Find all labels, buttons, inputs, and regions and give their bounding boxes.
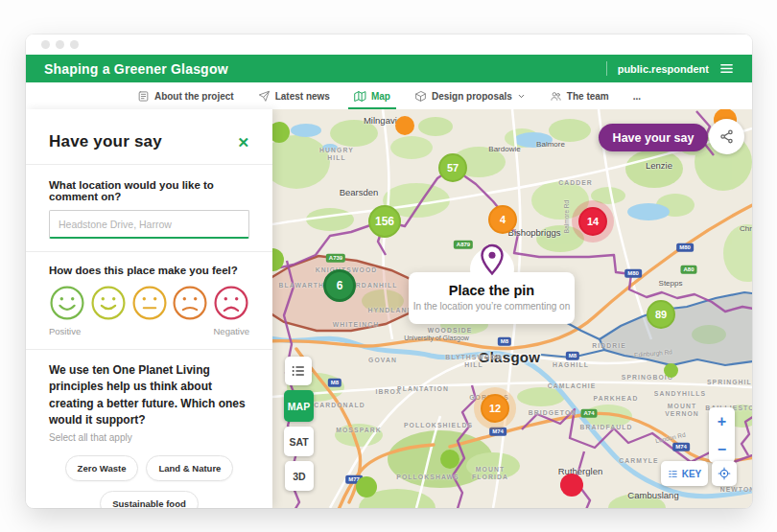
- nav-item-label: Latest news: [275, 91, 330, 102]
- map-label-london-rd: London Rd: [655, 431, 687, 446]
- nav-item-design-proposals[interactable]: Design proposals: [414, 82, 526, 109]
- have-your-say-button[interactable]: Have your say: [599, 124, 708, 151]
- document-icon: [137, 90, 150, 103]
- zoom-control: + −: [709, 407, 735, 463]
- face-very-negative-icon[interactable]: [213, 285, 249, 321]
- map-label-pollokshaws: POLLOKSHAWS: [396, 474, 459, 481]
- locate-button[interactable]: [712, 461, 737, 486]
- divider: [26, 251, 272, 252]
- map-label-balmore-rd: Balmore Rd: [563, 200, 571, 233]
- window-dot[interactable]: [70, 40, 79, 49]
- app-title: Shaping a Greener Glasgow: [44, 61, 228, 77]
- map-cluster-marker-12[interactable]: 12: [481, 394, 509, 423]
- scale-positive-label: Positive: [49, 326, 81, 336]
- map-label-parkhead: PARKHEAD: [594, 395, 639, 403]
- account-label[interactable]: public.respondent: [618, 63, 709, 75]
- nav-item-label: About the project: [154, 91, 234, 102]
- map-dot-marker[interactable]: [356, 476, 377, 497]
- map-label-carmyle: CARMYLE: [619, 457, 658, 465]
- map-dot-marker[interactable]: [664, 363, 678, 378]
- have-your-say-panel: Have your say ✕ What location would you …: [26, 109, 272, 508]
- chip-land-nature[interactable]: Land & Nature: [146, 455, 233, 481]
- map-label-glasgow: Glasgow: [479, 349, 541, 367]
- face-positive-icon[interactable]: [90, 285, 127, 321]
- map-label-braidfauld: BRAIDFAULD: [579, 424, 632, 431]
- hamburger-menu-icon[interactable]: [719, 61, 734, 76]
- chevron-down-icon: [517, 91, 526, 101]
- map-cluster-marker-156[interactable]: 156: [368, 205, 401, 238]
- feeling-scale: [49, 285, 249, 321]
- box-icon: [414, 90, 427, 103]
- zoom-in-button[interactable]: +: [709, 407, 735, 435]
- team-icon: [550, 90, 562, 103]
- place-pin-tooltip: Place the pin In the location you’re com…: [409, 272, 575, 324]
- nav-item-latest-news[interactable]: Latest news: [258, 82, 330, 109]
- map-label-chryston: Chryston: [740, 224, 752, 234]
- face-neutral-icon[interactable]: [131, 285, 168, 321]
- satellite-layer-button[interactable]: SAT: [284, 427, 314, 456]
- threed-layer-button[interactable]: 3D: [285, 461, 314, 491]
- map-pin-icon: [479, 243, 505, 276]
- browser-window: Shaping a Greener Glasgow public.respond…: [26, 35, 752, 508]
- tooltip-subtitle: In the location you’re commenting on: [409, 301, 575, 312]
- nav-items: About the projectLatest newsMapDesign pr…: [137, 82, 641, 109]
- map-canvas[interactable]: A879M80M80A80A739M8M8M8A74M74M74M77 Miln…: [272, 109, 752, 508]
- map-label-pollokshields: POLLOKSHIELDS: [404, 422, 473, 429]
- share-icon: [718, 128, 735, 145]
- map-label-riddrie: RIDDRIE: [592, 342, 626, 350]
- map-label-whiteinch: WHITEINCH: [333, 321, 379, 329]
- map-layer-button[interactable]: MAP: [284, 390, 314, 422]
- principle-chips: Zero WasteLand & NatureSustainable foodS…: [49, 455, 249, 508]
- location-input[interactable]: [49, 210, 249, 239]
- map-label-blythswood-hill: BLYTHSWOOD HILL: [445, 354, 502, 370]
- map-label-springhill: SPRINGHILL: [707, 379, 752, 386]
- nav-item-the-team[interactable]: The team: [550, 82, 609, 109]
- map-label-cambuslang: Cambuslang: [627, 490, 678, 501]
- key-button[interactable]: KEY: [661, 461, 708, 486]
- map-label-cadder: CADDER: [558, 179, 593, 187]
- share-button[interactable]: [709, 119, 744, 154]
- map-label-university-of-glasgow: University of Glasgow: [404, 335, 469, 343]
- chip-sustainable-food[interactable]: Sustainable food: [100, 491, 199, 508]
- map-dot-marker[interactable]: [440, 450, 459, 469]
- map-label-hyndland: HYNDLAND: [368, 307, 413, 314]
- map-dot-marker[interactable]: [395, 116, 414, 135]
- map-label-mount-vernon: MOUNT VERNON: [665, 403, 699, 419]
- map-cluster-marker-14[interactable]: 14: [578, 207, 607, 236]
- window-dot[interactable]: [41, 40, 50, 49]
- window-dot[interactable]: [56, 40, 64, 49]
- map-label-edinburgh-rd: Edinburgh Rd: [634, 348, 672, 359]
- divider: [26, 349, 272, 350]
- close-icon[interactable]: ✕: [237, 135, 249, 150]
- map-label-newton: NEWTON: [720, 486, 752, 494]
- face-negative-icon[interactable]: [172, 285, 208, 321]
- map-label-bardowie: Bardowie: [488, 145, 520, 154]
- map-icon: [354, 90, 366, 103]
- nav-item-more[interactable]: ...: [633, 82, 641, 109]
- panel-title: Have your say: [49, 132, 162, 151]
- nav-item-label: The team: [567, 91, 609, 102]
- app-header: Shaping a Greener Glasgow public.respond…: [26, 55, 752, 82]
- map-cluster-marker-57[interactable]: 57: [438, 153, 467, 182]
- map-cluster-marker-89[interactable]: 89: [647, 300, 675, 329]
- map-dot-marker[interactable]: [560, 474, 583, 497]
- face-very-positive-icon[interactable]: [49, 285, 85, 321]
- map-cluster-marker-6[interactable]: 6: [323, 269, 356, 302]
- zoom-out-button[interactable]: −: [709, 435, 735, 463]
- principles-hint: Select all that apply: [49, 432, 249, 443]
- map-label-sandyhills: SANDYHILLS: [654, 390, 706, 398]
- nav-item-map[interactable]: Map: [354, 82, 390, 109]
- map-label-bearsden: Bearsden: [340, 187, 379, 198]
- chip-zero-waste[interactable]: Zero Waste: [65, 455, 139, 481]
- divider: [26, 164, 272, 165]
- map-label-ibrox: IBROX: [375, 388, 401, 396]
- crosshair-icon: [718, 466, 731, 481]
- map-label-govan: GOVAN: [368, 357, 397, 364]
- nav-item-about-the-project[interactable]: About the project: [137, 82, 234, 109]
- legend-list-button[interactable]: [285, 357, 312, 385]
- map-label-cardonald: CARDONALD: [314, 402, 365, 409]
- map-label-plantation: PLANTATION: [397, 385, 449, 393]
- map-label-mount-florida: MOUNT FLORIDA: [472, 466, 508, 482]
- map-label-stepps: Stepps: [659, 279, 683, 289]
- map-cluster-marker-4[interactable]: 4: [488, 205, 517, 234]
